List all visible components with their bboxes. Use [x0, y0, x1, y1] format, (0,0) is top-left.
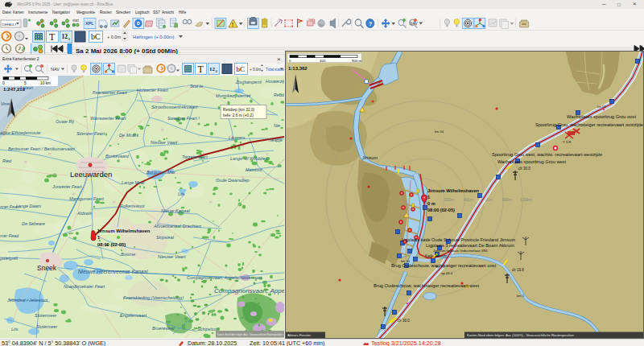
svg-text:clr 19.8: clr 19.8 — [512, 268, 524, 272]
svg-text:Skipsleat: Skipsleat — [156, 235, 174, 240]
svg-text:gwielgrêft: gwielgrêft — [0, 256, 19, 261]
svg-text:Noardbroekster Feart: Noardbroekster Feart — [64, 284, 105, 289]
svg-text:Süd Ie: Süd Ie — [190, 84, 203, 89]
svg-text:clr 30.0: clr 30.0 — [518, 167, 530, 171]
svg-text:Ouwe Rij: Ouwe Rij — [56, 119, 74, 124]
svg-text:Broeresleat: Broeresleat — [152, 326, 175, 331]
svg-text:Slotermeer: Slotermeer — [35, 313, 57, 318]
svg-text:Nieuw Kanaal: Nieuw Kanaal — [161, 208, 190, 213]
svg-text:NAV: NAV — [51, 67, 60, 72]
svg-text:08:00 (02-05): 08:00 (02-05) — [427, 208, 455, 212]
svg-text:Boorne: Boorne — [121, 252, 135, 257]
svg-text:!: ! — [232, 22, 233, 27]
svg-text:1: 1 — [427, 195, 430, 200]
svg-text:Wachtplaats spoorbrug Grou oos: Wachtplaats spoorbrug Grou oost — [567, 114, 637, 119]
svg-text:Stienzer Feart: Stienzer Feart — [76, 131, 105, 136]
svg-text:NAV: NAV — [410, 21, 418, 26]
svg-text:Zoutkamperril: Zoutkamperril — [235, 80, 262, 84]
svg-text:Ligplaats kade Oude Schouw Pro: Ligplaats kade Oude Schouw Provincie Fri… — [402, 237, 515, 242]
svg-text:De Moark: De Moark — [119, 133, 139, 138]
svg-text:alijke Elfstedenroute: alijke Elfstedenroute — [0, 130, 40, 135]
svg-text:400: 400 — [320, 59, 326, 63]
svg-text:Jeltesleat / Jeltesloot: Jeltesleat / Jeltesloot — [6, 298, 48, 303]
svg-text:Jorwerter Feart: Jorwerter Feart — [52, 184, 82, 189]
svg-text:Ried: Ried — [2, 159, 12, 163]
svg-text:mer Fead: mer Fead — [0, 233, 19, 238]
svg-text:Reddil: Reddil — [274, 93, 284, 97]
svg-text:De Sebeare: De Sebeare — [22, 221, 45, 226]
svg-text:T: T — [198, 64, 204, 75]
svg-text:Jirnsum Wilhelmshaven: Jirnsum Wilhelmshaven — [97, 229, 151, 233]
svg-text:XPL: XPL — [85, 21, 94, 26]
svg-text:Karten-Nord oben folgen: Aus (: Karten-Nord oben folgen: Aus (100%) - Vo… — [467, 333, 575, 337]
svg-text:08:00 (02-05): 08:00 (02-05) — [97, 242, 126, 247]
svg-text:0 m: 0 m — [427, 201, 436, 206]
svg-text:Brug Oudeschouw, wachtsteiger: Brug Oudeschouw, wachtsteiger recreatiev… — [391, 263, 497, 268]
svg-text:12: 12 — [209, 66, 216, 72]
svg-text:Jirnsum ligplaats Industrielaa: Jirnsum ligplaats Industrielaan 5N1 — [433, 249, 489, 253]
svg-text:Slotermeer: Slotermeer — [36, 324, 58, 329]
svg-text:Kade Jirnsum: Kade Jirnsum — [425, 254, 448, 258]
svg-text:1:13,362: 1:13,362 — [288, 66, 308, 71]
svg-text:Stroobossertrekvaart: Stroobossertrekvaart — [151, 104, 198, 109]
svg-text:T: T — [49, 31, 56, 43]
svg-text:Lange Mear: Lange Mear — [122, 180, 145, 185]
svg-text:bC: bC — [91, 32, 101, 41]
svg-text:Jirnsum: Jirnsum — [362, 155, 378, 160]
svg-text:nner Feart: nner Feart — [0, 204, 19, 209]
svg-text:km 54: km 54 — [435, 130, 444, 134]
svg-text:Spoorbrug Grou west, wachtst.: Spoorbrug Grou west, wachtst. recreatiev… — [492, 152, 602, 157]
svg-text:Karten-Nord oben folgen: Aus -: Karten-Nord oben folgen: Aus - Voraussic… — [217, 332, 283, 336]
svg-text:Ligplaats 3 recreatievaart De: Ligplaats 3 recreatievaart De Boarn Akkr… — [426, 243, 514, 248]
svg-text:Nieuwe Vaart: Nieuwe Vaart — [158, 254, 186, 259]
svg-text:Burgumer Mar: Burgumer Mar — [147, 170, 176, 175]
svg-text:Lits: Lits — [11, 327, 19, 332]
svg-text:?: ? — [369, 20, 373, 27]
svg-text:Compagnonsvaart, Appelschaster: Compagnonsvaart, Appelschastervaart — [187, 275, 262, 280]
svg-text:Matsloot: Matsloot — [246, 167, 262, 172]
svg-text:Sweager Feart !: Sweager Feart ! — [167, 116, 200, 121]
svg-text:800m: 800m — [502, 198, 512, 202]
svg-text:Brug Oudeschouw, wachtsteiger: Brug Oudeschouw, wachtsteiger recreatiev… — [374, 283, 480, 288]
svg-text:0: 0 — [2, 81, 5, 85]
svg-text:Y 5 R: Y 5 R — [563, 140, 571, 144]
svg-text:Houwerzijlst: Houwerzijlst — [266, 79, 284, 84]
svg-text:op 45.4: op 45.4 — [441, 271, 453, 275]
svg-text:Nieuwe Heerenveense Kanaal: Nieuwe Heerenveense Kanaal — [78, 269, 148, 274]
svg-text:Feanwerter Feart: Feanwerter Feart — [93, 90, 127, 95]
svg-text:km 50: km 50 — [401, 259, 411, 263]
svg-text:Aldswin: Aldswin — [76, 211, 93, 216]
svg-text:200m: 200m — [444, 198, 454, 202]
svg-text:Jirnsum Wilhelmshaven: Jirnsum Wilhelmshaven — [427, 188, 480, 193]
svg-text:Holwerter Feart: Holwerter Feart — [137, 88, 168, 93]
svg-text:Sneek: Sneek — [37, 264, 57, 272]
svg-text:12: 12 — [62, 33, 68, 40]
svg-text:400m: 400m — [464, 198, 473, 202]
svg-text:Langs- of Wolddiep: Langs- of Wolddiep — [230, 156, 267, 161]
svg-text:5: 5 — [24, 81, 27, 85]
svg-text:clr 30.0: clr 30.0 — [398, 319, 410, 323]
svg-text:Mantgumer Feart: Mantgumer Feart — [69, 196, 104, 201]
svg-text:1.00km: 1.00km — [520, 198, 532, 202]
svg-text:Bonkevaard: Bonkevaard — [105, 154, 130, 159]
svg-text:Engelenvaart: Engelenvaart — [120, 313, 147, 318]
svg-text:+ 0.0m: + 0.0m — [107, 35, 121, 39]
svg-text:Folkertssloot: Folkertssloot — [120, 204, 145, 208]
svg-text:km 58: km 58 — [597, 105, 605, 109]
svg-text:Aktives Fenster: Aktives Fenster — [287, 333, 311, 337]
svg-text:Nieuwe Vaart: Nieuwe Vaart — [151, 140, 178, 145]
svg-text:tiefe: 2.6 m (+0.2): tiefe: 2.6 m (+0.2) — [223, 113, 254, 117]
svg-text:Afvoerkanaal Drachten: Afvoerkanaal Drachten — [153, 224, 201, 229]
svg-text:Reitdiep (km 32.0): Reitdiep (km 32.0) — [223, 108, 255, 112]
svg-text:Spoorbrug Grou, wachtsteiger r: Spoorbrug Grou, wachtsteiger recreatieva… — [535, 122, 643, 127]
svg-text:Munnikezijlsterriet: Munnikezijlsterriet — [216, 93, 251, 98]
svg-text:Läuwers: Läuwers — [229, 135, 246, 140]
svg-text:DEFAULT: DEFAULT — [2, 23, 17, 27]
svg-text:km 1: km 1 — [517, 294, 525, 298]
svg-text:Wânswerter Feart: Wânswerter Feart — [90, 116, 126, 121]
svg-text:Compagnonsvaart, Appel: Compagnonsvaart, Appel — [214, 287, 284, 295]
svg-text:Harlingen (+ 0.00m): Harlingen (+ 0.00m) — [133, 35, 174, 39]
svg-text:10 km: 10 km — [40, 81, 51, 85]
svg-text:Lange Daam: Lange Daam — [16, 204, 41, 208]
svg-text:+ 0.0m: + 0.0m — [250, 68, 261, 72]
